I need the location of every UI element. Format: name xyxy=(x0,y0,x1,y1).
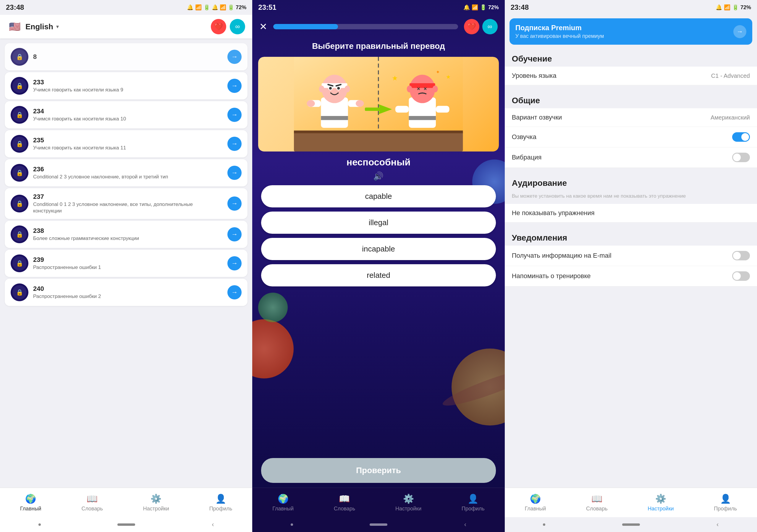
lesson-go-233[interactable]: → xyxy=(227,79,242,93)
nav-profile-3[interactable]: 👤 Профиль xyxy=(714,493,737,512)
infinity-button-2[interactable]: ∞ xyxy=(482,19,498,34)
lesson-go-236[interactable]: → xyxy=(227,166,242,180)
nav-settings-3[interactable]: ⚙️ Настройки xyxy=(648,493,674,512)
lesson-item-236[interactable]: 🔒 236 Conditional 2 3 условное наклонени… xyxy=(5,159,248,186)
lesson-item-237[interactable]: 🔒 237 Conditional 0 1 2 3 условное накло… xyxy=(5,188,248,219)
lesson-item-234[interactable]: 🔒 234 Учимся говорить как носители языка… xyxy=(5,101,248,128)
svg-rect-31 xyxy=(436,106,449,113)
svg-point-17 xyxy=(345,85,350,92)
option-related[interactable]: related xyxy=(261,264,496,286)
audio-subtitle: Вы можете установить на какое время нам … xyxy=(505,191,757,204)
nav-dictionary-label-1: Словарь xyxy=(81,506,103,512)
battery-icon-1: 🔋 xyxy=(203,4,210,11)
nav-home-2[interactable]: 🌍 Главный xyxy=(272,493,294,512)
lesson-go-partial[interactable]: → xyxy=(227,50,242,64)
nav-bar-3: 🌍 Главный 📖 Словарь ⚙️ Настройки 👤 Профи… xyxy=(505,487,757,517)
panel-2: 23:51 🔔 📶 🔋 72% ✕ ❤️ ∞ Выберите правильн… xyxy=(252,0,504,532)
svg-point-12 xyxy=(329,87,332,90)
nav-home-3[interactable]: 🌍 Главный xyxy=(525,493,546,512)
lesson-go-237[interactable]: → xyxy=(227,197,242,211)
lesson-item-238[interactable]: 🔒 238 Более сложные грамматические конст… xyxy=(5,221,248,248)
hearts-button[interactable]: ❤️ xyxy=(211,19,226,34)
voice-variant-label: Вариант озвучки xyxy=(512,113,562,121)
lesson-info-235: 235 Учимся говорить как носители языка 1… xyxy=(33,137,223,151)
settings-row-voice: Озвучка xyxy=(505,127,757,147)
settings-row-hide-exercises[interactable]: Не показывать упражнения xyxy=(505,204,757,223)
lesson-info-239: 239 Распространенные ошибки 1 xyxy=(33,256,223,271)
nav-dictionary-1[interactable]: 📖 Словарь xyxy=(81,493,103,512)
lesson-info-238: 238 Более сложные грамматические констру… xyxy=(33,227,223,242)
svg-point-13 xyxy=(337,87,340,90)
lesson-item-233[interactable]: 🔒 233 Учимся говорить как носители языка… xyxy=(5,72,248,99)
profile-icon-2: 👤 xyxy=(468,493,478,504)
nav-dictionary-label-2: Словарь xyxy=(334,506,355,512)
settings-icon-2: ⚙️ xyxy=(403,493,414,504)
answer-options: capable illegal incapable related xyxy=(252,182,504,455)
language-dropdown-icon: ▾ xyxy=(56,23,59,30)
lesson-num-234: 234 xyxy=(33,108,223,115)
nav-dictionary-3[interactable]: 📖 Словарь xyxy=(586,493,607,512)
language-selector[interactable]: 🇺🇸 English ▾ xyxy=(7,19,59,34)
lesson-item-235[interactable]: 🔒 235 Учимся говорить как носители языка… xyxy=(5,130,248,157)
svg-point-16 xyxy=(319,85,324,92)
lesson-num-partial: 8 xyxy=(33,53,223,61)
hearts-button-2[interactable]: ❤️ xyxy=(464,19,479,34)
option-incapable[interactable]: incapable xyxy=(261,238,496,260)
header-actions: ❤️ ∞ xyxy=(211,19,245,34)
infinity-button[interactable]: ∞ xyxy=(230,19,245,34)
lesson-go-240[interactable]: → xyxy=(227,285,242,299)
nav-bar-1: 🌍 Главный 📖 Словарь ⚙️ Настройки 👤 Профи… xyxy=(0,487,252,517)
option-capable[interactable]: capable xyxy=(261,185,496,207)
nav-home-label-3: Главный xyxy=(525,506,546,512)
nav-profile-2[interactable]: 👤 Профиль xyxy=(462,493,485,512)
premium-banner[interactable]: Подписка Premium У вас активирован вечны… xyxy=(509,18,752,45)
wifi-icon-1: 📶 xyxy=(195,4,202,11)
lesson-go-234[interactable]: → xyxy=(227,108,242,122)
option-illegal[interactable]: illegal xyxy=(261,211,496,234)
alarm-icon-1: 🔔 xyxy=(187,4,194,11)
lesson-desc-236: Conditional 2 3 условное наклонение, вто… xyxy=(33,174,223,180)
battery-percent-1: 🔔 📶 🔋 72% xyxy=(212,4,246,11)
p1-header: 🇺🇸 English ▾ ❤️ ∞ xyxy=(0,15,252,39)
gesture-back-1: ‹ xyxy=(212,521,214,528)
section-gap-2 xyxy=(505,168,757,172)
lesson-icon-236: 🔒 xyxy=(11,164,28,182)
speaker-button[interactable]: 🔊 xyxy=(252,170,504,182)
nav-home-1[interactable]: 🌍 Главный xyxy=(20,493,42,512)
nav-dictionary-2[interactable]: 📖 Словарь xyxy=(334,493,355,512)
gesture-menu-2 xyxy=(291,523,293,526)
lesson-go-238[interactable]: → xyxy=(227,227,242,241)
illustration-container: × × ★ ★ ✦ xyxy=(258,57,499,151)
nav-settings-1[interactable]: ⚙️ Настройки xyxy=(143,493,169,512)
language-name: English xyxy=(25,22,53,31)
voice-toggle[interactable] xyxy=(732,132,750,142)
premium-arrow-icon: → xyxy=(733,25,746,38)
reminder-toggle[interactable] xyxy=(732,271,750,281)
karate-illustration: × × ★ ★ ✦ xyxy=(258,57,499,151)
nav-profile-1[interactable]: 👤 Профиль xyxy=(209,493,232,512)
lock-icon-240: 🔒 xyxy=(16,289,23,296)
svg-rect-9 xyxy=(322,83,348,88)
email-toggle[interactable] xyxy=(732,251,750,260)
lesson-go-235[interactable]: → xyxy=(227,137,242,151)
nav-bar-2: 🌍 Главный 📖 Словарь ⚙️ Настройки 👤 Профи… xyxy=(252,487,504,517)
lesson-go-239[interactable]: → xyxy=(227,256,242,270)
dictionary-icon-1: 📖 xyxy=(87,493,98,504)
check-button[interactable]: Проверить xyxy=(261,458,496,483)
lesson-item-partial[interactable]: 🔒 8 → xyxy=(5,43,248,71)
lesson-icon-239: 🔒 xyxy=(11,255,28,272)
vibration-toggle[interactable] xyxy=(732,153,750,162)
gesture-menu-1 xyxy=(39,523,41,526)
svg-point-24 xyxy=(409,75,435,103)
svg-text:×: × xyxy=(424,85,427,92)
settings-row-vibration: Вибрация xyxy=(505,147,757,168)
lesson-desc-235: Учимся говорить как носители языка 11 xyxy=(33,145,223,151)
lesson-item-239[interactable]: 🔒 239 Распространенные ошибки 1 → xyxy=(5,250,248,277)
dictionary-icon-3: 📖 xyxy=(591,493,602,504)
lock-icon-239: 🔒 xyxy=(16,260,23,267)
lesson-item-240[interactable]: 🔒 240 Распространенные ошибки 2 → xyxy=(5,279,248,306)
lesson-desc-238: Более сложные грамматические конструкции xyxy=(33,235,223,242)
close-button[interactable]: ✕ xyxy=(259,21,267,32)
lesson-num-235: 235 xyxy=(33,137,223,144)
nav-settings-2[interactable]: ⚙️ Настройки xyxy=(395,493,421,512)
